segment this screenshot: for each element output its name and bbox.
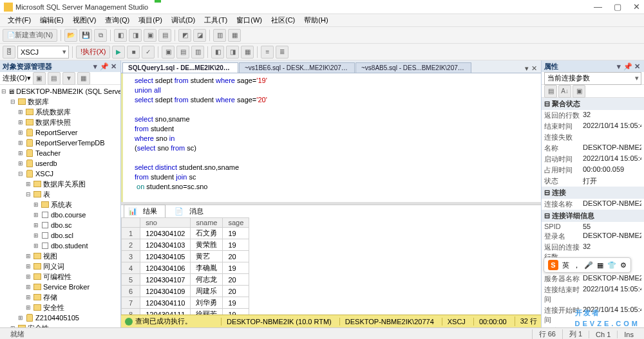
teacher-node[interactable]: ⊞Teacher [0, 148, 120, 158]
cat-conndetails[interactable]: ⊟连接详细信息 [542, 210, 644, 222]
tbtn-q2[interactable]: ▤ [176, 46, 189, 59]
menu-tools[interactable]: 工具(T) [200, 14, 231, 26]
table-row[interactable]: 31204304105黄艺20 [122, 251, 249, 262]
dbsnap-node[interactable]: ⊞数据库快照 [0, 117, 120, 127]
ime-lang[interactable]: 英 [562, 261, 569, 270]
oe-btn-1[interactable]: ▣ [33, 72, 46, 85]
tbtn-save[interactable]: 💾 [79, 29, 92, 42]
tbtn-q1[interactable]: ▣ [162, 46, 175, 59]
views-node[interactable]: ⊞视图 [0, 251, 120, 261]
table-scl[interactable]: ⊞dbo.scl [0, 230, 120, 241]
table-row[interactable]: 61204304109周建乐20 [122, 286, 249, 297]
tbtn-q7[interactable]: ≡ [261, 46, 274, 59]
table-row[interactable]: 11204304102石文勇19 [122, 228, 249, 239]
menu-query[interactable]: 查询(Q) [101, 14, 133, 26]
server-node[interactable]: ⊟🖥DESKTOP-NBME2IK (SQL Server 10.0.160 [0, 86, 120, 96]
tab-dropdown-icon[interactable]: ▾ [525, 64, 529, 73]
tbtn-8[interactable]: ▦ [228, 29, 241, 42]
object-tree[interactable]: ⊟🖥DESKTOP-NBME2IK (SQL Server 10.0.160 ⊟… [0, 85, 120, 327]
prop-btn-3[interactable]: ▣ [573, 85, 585, 98]
stop-button[interactable]: ■ [127, 46, 140, 59]
ime-skin-icon[interactable]: 👕 [607, 261, 616, 270]
execute-button[interactable]: ! 执行(X) [76, 46, 110, 59]
menu-community[interactable]: 社区(C) [267, 14, 299, 26]
menu-window[interactable]: 窗口(W) [232, 14, 266, 26]
databases-node[interactable]: ⊟数据库 [0, 96, 120, 107]
tbtn-db-icon[interactable]: 🗄 [3, 46, 15, 59]
database-combo[interactable]: XSCJ [17, 46, 69, 59]
table-sc[interactable]: ⊞dbo.sc [0, 220, 120, 230]
properties-grid[interactable]: ⊟聚合状态 返回的行数32 结束时间2022/10/14 15:05:44 连接… [542, 98, 644, 327]
tbtn-q6[interactable]: ▦ [241, 46, 254, 59]
pin-icon[interactable]: 📌 [100, 62, 109, 71]
xscj-node[interactable]: ⊟XSCJ [0, 169, 120, 179]
systables-node[interactable]: ⊞系统表 [0, 199, 120, 210]
dropdown-icon[interactable]: ▾ [91, 62, 100, 71]
prop-dropdown-icon[interactable]: ▾ [614, 62, 623, 71]
properties-combo[interactable]: 当前连接参数 [544, 72, 641, 85]
parse-button[interactable]: ✓ [142, 46, 155, 59]
tbtn-open[interactable]: 📂 [64, 29, 77, 42]
tbtn-4[interactable]: ▤ [158, 29, 171, 42]
z-node[interactable]: ⊞Z2104405105 [0, 313, 120, 323]
tbtn-q3[interactable]: ▥ [191, 46, 204, 59]
servicebroker-node[interactable]: ⊞Service Broker [0, 282, 120, 292]
tbtn-q4[interactable]: ◧ [211, 46, 224, 59]
menu-file[interactable]: 文件(F) [4, 14, 35, 26]
cat-aggregate[interactable]: ⊟聚合状态 [542, 98, 644, 110]
table-row[interactable]: 81204304111徐丽芳19 [122, 309, 249, 315]
close-panel-icon[interactable]: ✕ [109, 62, 118, 71]
tbtn-6[interactable]: ◪ [193, 29, 206, 42]
debug-button[interactable]: ▶ [112, 46, 125, 59]
ime-toolbar[interactable]: S 英 ， 🎤 ▦ 👕 ⚙ [544, 257, 631, 273]
diagrams-node[interactable]: ⊞数据库关系图 [0, 179, 120, 189]
tab-close-icon[interactable]: ✕ [531, 64, 537, 73]
tbtn-q5[interactable]: ◨ [226, 46, 239, 59]
menu-debug[interactable]: 调试(D) [167, 14, 199, 26]
prop-pin-icon[interactable]: 📌 [623, 62, 632, 71]
menu-project[interactable]: 项目(P) [135, 14, 166, 26]
tbtn-7[interactable]: ▥ [213, 29, 226, 42]
prop-btn-az[interactable]: A↓ [558, 85, 571, 98]
oe-btn-2[interactable]: ▤ [48, 72, 61, 85]
cat-connection[interactable]: ⊟连接 [542, 187, 644, 199]
sql-editor[interactable]: select sdept from student where sage='19… [121, 73, 541, 202]
menu-bar[interactable]: 文件(F) 编辑(E) 视图(V) 查询(Q) 项目(P) 调试(D) 工具(T… [0, 14, 644, 27]
userdb-node[interactable]: ⊞userdb [0, 158, 120, 169]
tbtn-saveall[interactable]: ⧉ [94, 29, 107, 42]
minimize-button[interactable]: — [594, 2, 602, 12]
security-node[interactable]: ⊞安全性 [0, 323, 120, 327]
ime-punct[interactable]: ， [573, 261, 580, 270]
programmability-node[interactable]: ⊞可编程性 [0, 271, 120, 282]
tbtn-2[interactable]: ◨ [129, 29, 142, 42]
storage-node[interactable]: ⊞存储 [0, 292, 120, 302]
tab-3[interactable]: ~vs8AB5.sql - DES...BME2IK\20774 (52)) [355, 62, 471, 73]
tab-1[interactable]: SQLQuery1.sql - DE...ME2IK\20774 (55))* [122, 62, 238, 73]
table-row[interactable]: 41204304106李确胤19 [122, 262, 249, 274]
prop-btn-cat[interactable]: ▤ [544, 85, 557, 98]
ime-gear-icon[interactable]: ⚙ [620, 261, 627, 270]
tbtn-3[interactable]: ▣ [144, 29, 156, 42]
close-button[interactable]: ✕ [633, 2, 640, 12]
sysdb-node[interactable]: ⊞系统数据库 [0, 107, 120, 117]
menu-help[interactable]: 帮助(H) [300, 14, 332, 26]
new-query-button[interactable]: 📄 新建查询(N) [3, 29, 57, 42]
table-row[interactable]: 21204304103黄荣胜19 [122, 239, 249, 251]
menu-edit[interactable]: 编辑(E) [36, 14, 68, 26]
table-row[interactable]: 71204304110刘华勇19 [122, 297, 249, 309]
table-course[interactable]: ⊞dbo.course [0, 210, 120, 220]
oe-btn-3[interactable]: ▼ [62, 72, 75, 85]
reportserver-node[interactable]: ⊞ReportServer [0, 127, 120, 138]
menu-view[interactable]: 视图(V) [69, 14, 100, 26]
tbtn-5[interactable]: ◩ [178, 29, 191, 42]
ime-pad-icon[interactable]: ▦ [597, 261, 603, 270]
db-security-node[interactable]: ⊞安全性 [0, 302, 120, 313]
messages-tab[interactable]: 📄 消息 [171, 205, 211, 217]
tables-node[interactable]: ⊟表 [0, 189, 120, 199]
ime-mic-icon[interactable]: 🎤 [584, 261, 593, 270]
results-grid[interactable]: snosnamesage11204304102石文勇1921204304103黄… [121, 217, 541, 315]
tbtn-q8[interactable]: ≣ [276, 46, 289, 59]
table-student[interactable]: ⊞dbo.student [0, 241, 120, 251]
tbtn-1[interactable]: ◧ [114, 29, 127, 42]
results-tab[interactable]: 📊 结果 [124, 205, 166, 218]
